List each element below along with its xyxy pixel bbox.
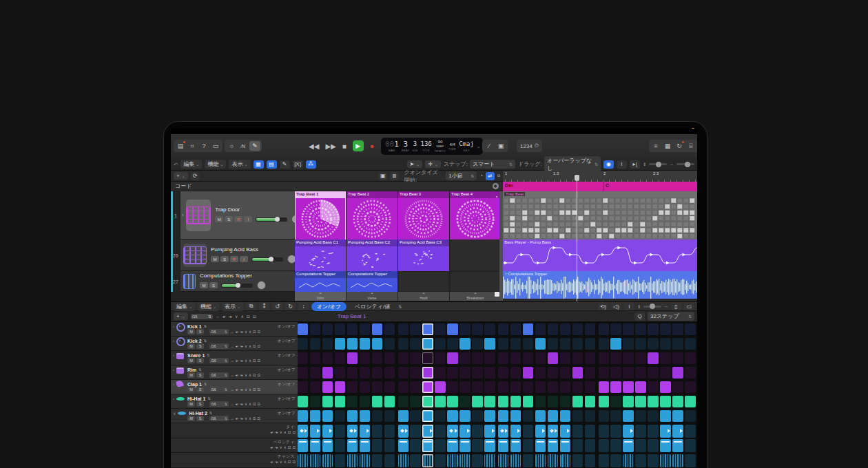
rate-field[interactable]: /16⇅ [209,372,229,378]
paste-icon[interactable]: ⊡ [258,373,261,377]
region-trap-beat[interactable]: Trap Beat [503,191,697,240]
loop-icon[interactable]: ⟳ [191,172,200,180]
seq-rotate-left-icon[interactable]: ↺ [272,302,282,310]
step-cell[interactable] [422,454,433,467]
octave-down-icon[interactable]: ∨ [245,373,247,377]
step-cell[interactable] [560,439,570,452]
region-computations-topper[interactable]: ◔ Computations Topper [503,271,697,299]
step-cell[interactable] [372,323,382,335]
step-cell[interactable] [459,352,470,364]
paste-icon[interactable]: ⊡ [292,445,296,449]
step-cell[interactable] [535,396,546,407]
step-cell[interactable] [610,323,621,335]
step-cell[interactable] [472,367,482,379]
copy-icon[interactable]: ⊡ [253,402,256,406]
step-cell[interactable] [384,439,395,452]
step-cell[interactable] [560,381,570,393]
step-cell[interactable] [548,338,558,350]
down-icon[interactable]: ∨ [280,430,282,434]
step-cell[interactable] [372,367,382,379]
step-cell[interactable] [560,352,570,364]
step-cell[interactable] [422,396,433,407]
rotate-right-icon[interactable]: ▫▸ [240,402,243,406]
step-cell[interactable] [610,381,621,393]
step-cell[interactable] [610,338,621,350]
step-cell[interactable] [635,367,645,379]
step-cell[interactable] [648,410,658,422]
step-cell[interactable] [322,338,333,350]
rotate-left-icon[interactable]: ◂▫ [236,402,239,406]
loop-cell[interactable]: Pumping Acid Bass C1 [295,240,346,272]
step-cell[interactable] [435,410,445,422]
step-cell[interactable] [398,338,409,350]
step-cell[interactable] [672,367,683,379]
undo-icon[interactable]: ⤺ [174,162,178,167]
step-cell[interactable] [347,352,358,364]
octave-up-icon[interactable]: ∧ [249,402,251,406]
step-cell[interactable] [599,381,609,393]
seq-speaker-icon[interactable]: ◁) [611,302,621,310]
loop-cell[interactable]: Computations Topper [347,271,397,292]
step-cell[interactable] [410,381,420,393]
step-cell[interactable] [599,352,609,364]
pencil-mode-icon[interactable]: ✎ [280,160,290,169]
step-cell[interactable] [335,381,345,393]
step-cell[interactable] [535,410,546,422]
step-cell[interactable] [672,381,683,393]
step-cell[interactable] [535,323,546,335]
seq-arrow-icon[interactable]: → [216,315,220,319]
step-cell[interactable] [599,338,609,350]
step-cell[interactable] [523,439,533,452]
step-cell[interactable] [498,352,508,364]
step-cell[interactable] [548,454,558,467]
playmode-icon[interactable]: → [230,387,234,392]
list-editors-icon[interactable]: ≡ [650,141,661,151]
step-cell[interactable] [599,454,609,467]
vertical-zoom-slider[interactable] [649,163,667,165]
octave-up-icon[interactable]: ∧ [249,330,251,334]
step-cell[interactable] [484,352,495,364]
step-cell[interactable] [447,381,457,393]
input-monitoring-icon[interactable]: ⁄N [238,141,249,151]
step-cell[interactable] [435,338,445,350]
step-cell[interactable] [459,323,470,335]
step-cell[interactable] [685,352,695,364]
step-cell[interactable] [398,439,409,452]
step-cell[interactable] [347,454,358,467]
step-cell[interactable] [372,425,382,438]
step-cell[interactable] [459,367,470,379]
mute-button[interactable]: M [187,401,195,407]
step-cell[interactable] [648,381,658,393]
down-icon[interactable]: ∨ [280,460,282,464]
rate-field[interactable]: /16⇅ [209,358,229,363]
step-cell[interactable] [360,425,370,438]
step-cell[interactable] [398,396,409,407]
loop-cell[interactable]: Trap Beat 4 [450,191,501,240]
add-track-button[interactable]: +⌄ [174,172,188,180]
row-stepper-icon[interactable]: ⇅ [207,353,209,357]
copy-icon[interactable]: ⊡ [253,359,256,363]
pencil-icon[interactable]: ∕ [484,141,495,151]
step-cell[interactable] [459,425,470,438]
step-cell[interactable] [372,381,382,393]
record-enable-button[interactable]: R [234,216,242,222]
step-cell[interactable] [372,352,382,364]
step-cell[interactable] [610,367,621,379]
step-cell[interactable] [635,338,645,350]
seq-rotate-right-icon[interactable]: ↻ [285,302,296,310]
seq-row-header[interactable]: ›Kick 2⇅オン/オフMS/16⇅→◂▫▫▸∨∧⊡⊡ [171,337,298,351]
step-cell[interactable] [585,439,595,452]
step-cell[interactable] [298,439,308,452]
step-cell[interactable] [360,381,370,393]
step-cell[interactable] [310,396,320,407]
step-cell[interactable] [585,352,595,364]
step-cell[interactable] [447,396,457,407]
disclosure-icon[interactable]: › [173,339,174,343]
step-cell[interactable] [498,367,508,379]
step-cell[interactable] [447,410,457,422]
step-cell[interactable] [447,425,457,438]
seq-pencil-icon[interactable]: ⁞ [298,302,309,310]
solo-button[interactable]: S [196,358,204,363]
disclosure-icon[interactable]: › [173,382,174,386]
step-cell[interactable] [572,396,583,407]
